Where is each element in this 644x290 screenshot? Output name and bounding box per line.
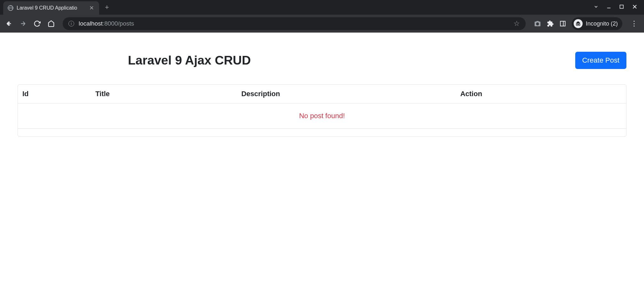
page-title: Laravel 9 Ajax CRUD xyxy=(128,53,251,67)
browser-toolbar: i localhost:8000/posts ☆ Incognito (2) ⋮ xyxy=(0,15,644,33)
svg-point-8 xyxy=(578,24,580,26)
new-tab-button[interactable]: + xyxy=(99,3,115,11)
svg-point-7 xyxy=(576,24,578,26)
incognito-icon xyxy=(574,19,583,28)
tab-title: Laravel 9 CRUD Applicatio xyxy=(17,5,85,11)
column-header-title: Title xyxy=(91,85,237,103)
incognito-label: Incognito (2) xyxy=(586,20,618,27)
home-button[interactable] xyxy=(46,19,56,29)
close-tab-icon[interactable]: ✕ xyxy=(89,4,95,12)
svg-rect-5 xyxy=(560,21,565,26)
tab-bar: Laravel 9 CRUD Applicatio ✕ + xyxy=(0,0,644,15)
close-window-icon[interactable] xyxy=(632,4,638,11)
globe-icon xyxy=(8,5,13,11)
back-button[interactable] xyxy=(4,19,14,29)
info-icon[interactable]: i xyxy=(68,21,74,27)
maximize-icon[interactable] xyxy=(619,4,624,11)
column-header-id: Id xyxy=(18,85,91,103)
reload-button[interactable] xyxy=(32,19,42,29)
column-header-description: Description xyxy=(237,85,456,103)
posts-table-container: Id Title Description Action No post foun… xyxy=(18,84,626,137)
posts-table: Id Title Description Action No post foun… xyxy=(18,85,626,136)
extensions-icon[interactable] xyxy=(547,20,554,27)
chevron-down-icon[interactable] xyxy=(593,4,599,11)
table-header-row: Id Title Description Action xyxy=(18,85,626,103)
table-footer-row xyxy=(18,129,626,136)
toolbar-icons: Incognito (2) xyxy=(532,17,624,30)
svg-rect-1 xyxy=(620,5,624,8)
page-content: Laravel 9 Ajax CRUD Create Post Id Title… xyxy=(0,33,644,156)
column-header-action: Action xyxy=(456,85,626,103)
empty-state-row: No post found! xyxy=(18,103,626,129)
incognito-badge[interactable]: Incognito (2) xyxy=(572,17,622,30)
page-header: Laravel 9 Ajax CRUD Create Post xyxy=(18,52,626,69)
bookmark-star-icon[interactable]: ☆ xyxy=(514,19,520,28)
menu-button[interactable]: ⋮ xyxy=(628,19,640,28)
window-controls xyxy=(593,4,644,11)
camera-icon[interactable] xyxy=(534,20,541,27)
panel-icon[interactable] xyxy=(560,20,566,27)
empty-message: No post found! xyxy=(18,103,626,129)
browser-tab[interactable]: Laravel 9 CRUD Applicatio ✕ xyxy=(3,1,99,15)
minimize-icon[interactable] xyxy=(606,4,611,11)
address-bar[interactable]: i localhost:8000/posts ☆ xyxy=(63,17,526,30)
create-post-button[interactable]: Create Post xyxy=(575,52,626,69)
forward-button[interactable] xyxy=(18,19,28,29)
browser-chrome: Laravel 9 CRUD Applicatio ✕ + xyxy=(0,0,644,33)
url-text: localhost:8000/posts xyxy=(79,20,509,27)
